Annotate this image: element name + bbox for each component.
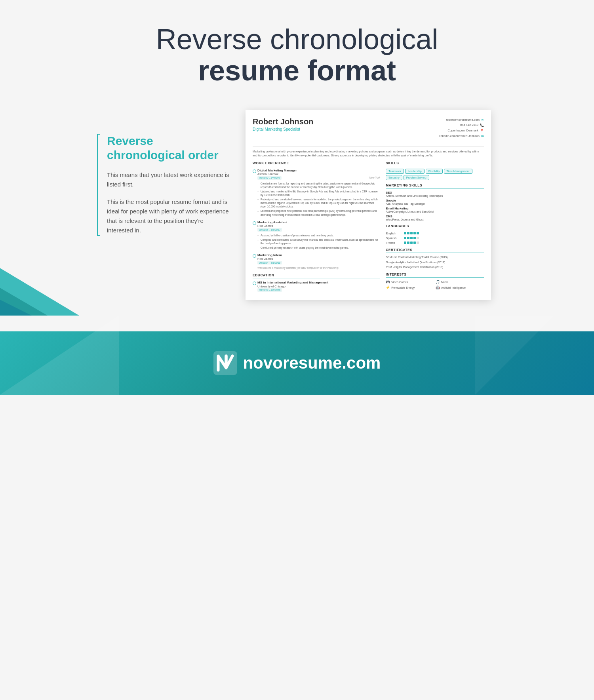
skill-tag-empathy: Empathy (386, 175, 402, 180)
skill-tag-teamwork: Teamwork (386, 169, 404, 174)
page-footer: novoresume.com (0, 316, 594, 395)
company-3: Riot Games (257, 257, 380, 261)
lang-spanish-name: Spanish (386, 236, 402, 240)
music-icon: 🎵 (436, 280, 440, 284)
job-title-2: Marketing Assistant (257, 221, 380, 224)
marketing-skill-seo: SEO Ahrefs, Semrush and Link-building Te… (386, 191, 484, 197)
language-spanish: Spanish (386, 236, 484, 240)
cert-3: PCM - Digital Management Certification (… (386, 265, 484, 269)
dates-3: 08/2014 – 01/2015 (257, 261, 282, 264)
skill-tag-leadership: Leadership (405, 169, 425, 174)
cert-1: SEMrush Content Marketing Toolkit Course… (386, 255, 484, 259)
ms-desc-cms: WordPress, Joomla and Ghost (386, 218, 484, 221)
skill-tag-problem-solving: Problem Solving (404, 175, 429, 180)
novoresume-logo-icon (213, 351, 237, 375)
education-section: EDUCATION MS in International Marketing … (253, 273, 380, 293)
edu-degree: MS in International Marketing and Manage… (257, 281, 380, 285)
interest-video-games: 🎮 Video Games (386, 280, 434, 284)
education-header: EDUCATION (253, 273, 380, 278)
video-games-icon: 🎮 (386, 280, 390, 284)
contact-info: robert@novoresume.com ✉ 044 412 2019 📞 C… (439, 117, 484, 139)
cert-2: Google Analytics Individual Qualificatio… (386, 261, 484, 264)
interests-header: INTERESTS (386, 272, 484, 278)
ms-title-google: Google (386, 199, 484, 202)
renewable-energy-icon: ⚡ (386, 285, 390, 289)
interests-section: INTERESTS 🎮 Video Games 🎵 Music (386, 272, 484, 289)
interest-music: 🎵 Music (436, 280, 484, 284)
edu-school: University of Chicago (257, 285, 380, 288)
interests-grid: 🎮 Video Games 🎵 Music ⚡ Renewable Energy (386, 280, 484, 289)
bullet-1-1: Created a new format for reporting and p… (257, 182, 380, 189)
renewable-energy-label: Renewable Energy (391, 286, 415, 289)
resume-job-title: Digital Marketing Specialist (253, 127, 313, 131)
location-icon: 📍 (480, 128, 484, 134)
job-item-1: Digital Marketing Manager Astoria Baumax… (253, 169, 380, 217)
certificates-section: CERTIFICATES SEMrush Content Marketing T… (386, 248, 484, 269)
ai-label: Artificial Intelligence (441, 286, 466, 289)
ai-icon: 🤖 (436, 285, 440, 289)
bullet-2-2: Compiled and distributed successfully th… (257, 238, 380, 245)
ms-desc-google: Ads, Analytics and Tag Manager (386, 202, 484, 205)
skills-header: SKILLS (386, 161, 484, 166)
sidebar-heading: Reverse chronological order (107, 134, 230, 162)
marketing-skills-header: MARKETING SKILLS (386, 183, 484, 188)
languages-section: LANGUAGES English Spanish (386, 224, 484, 245)
job-item-2: Marketing Assistant Riot Games 02/2015 –… (253, 221, 380, 249)
bullet-1-2: Updated and monitored the Bid Strategy i… (257, 190, 380, 197)
linkedin-icon: in (481, 133, 484, 139)
edu-dates: 08/2014 – 06/2016 (257, 288, 282, 292)
bullet-2-3: Conducted primary research with users pl… (257, 246, 380, 249)
languages-header: LANGUAGES (386, 224, 484, 229)
resume-right-column: SKILLS Teamwork Leadership Flexibility T… (386, 161, 484, 293)
ms-title-email: Email Marketing (386, 207, 484, 210)
internship-note: Was offered a marketing assistant job af… (257, 266, 380, 269)
marketing-skills-section: MARKETING SKILLS SEO Ahrefs, Semrush and… (386, 183, 484, 221)
lang-english-dots (404, 232, 419, 234)
resume-summary: Marketing professional with proven exper… (253, 146, 484, 158)
page-header: Reverse chronological resume format (0, 0, 594, 102)
certificates-header: CERTIFICATES (386, 248, 484, 253)
email-icon: ✉ (481, 117, 484, 123)
lang-french-dots (404, 242, 419, 244)
marketing-skill-email: Email Marketing ActiveCampaign, Litmus a… (386, 207, 484, 213)
job-title-3: Marketing Intern (257, 253, 380, 257)
lang-spanish-dots (404, 237, 419, 239)
dates-2: 02/2015 – 05/2017 (257, 228, 282, 232)
resume-left-column: WORK EXPERIENCE Digital Marketing Manage… (253, 161, 380, 293)
bullet-1-4: Located and proposed new potential busin… (257, 209, 380, 216)
linkedin-text: linkedin.com/in/robert.Johnson (439, 134, 480, 139)
bullet-2-1: Assisted with the creation of press rele… (257, 234, 380, 237)
dates-1: 06/2017 – Present (257, 176, 282, 180)
resume-name: Robert Johnson (253, 117, 313, 126)
marketing-skill-cms: CMS WordPress, Joomla and Ghost (386, 215, 484, 221)
ms-desc-email: ActiveCampaign, Litmus and SendGrid (386, 210, 484, 213)
music-label: Music (441, 281, 448, 283)
phone-icon: 📞 (480, 123, 484, 128)
ms-title-seo: SEO (386, 191, 484, 194)
resume-columns: WORK EXPERIENCE Digital Marketing Manage… (253, 161, 484, 293)
resume-card: Robert Johnson Digital Marketing Special… (246, 110, 491, 299)
ms-title-cms: CMS (386, 215, 484, 218)
skill-tag-flexibility: Flexibility (426, 169, 443, 174)
bullet-1-3: Redesigned and conducted keyword researc… (257, 198, 380, 208)
bullets-2: Assisted with the creation of press rele… (257, 234, 380, 249)
marketing-skill-google: Google Ads, Analytics and Tag Manager (386, 199, 484, 205)
language-english: English (386, 232, 484, 235)
company-1: Astoria Baumax (257, 172, 380, 176)
lang-english-name: English (386, 232, 402, 235)
title-bold: resume format (8, 55, 586, 86)
email-text: robert@novoresume.com (446, 118, 480, 123)
phone-text: 044 412 2019 (460, 123, 478, 128)
skills-tags-container: Teamwork Leadership Flexibility Time Man… (386, 169, 484, 180)
cyan-decoration (0, 236, 119, 316)
title-light: Reverse chronological (156, 23, 438, 55)
location-1: New York (369, 176, 380, 181)
interest-renewable-energy: ⚡ Renewable Energy (386, 285, 434, 289)
video-games-label: Video Games (391, 281, 408, 283)
location-text: Copenhagen, Denmark (447, 128, 478, 133)
education-item-1: MS in International Marketing and Manage… (253, 281, 380, 293)
work-experience-section: WORK EXPERIENCE Digital Marketing Manage… (253, 161, 380, 269)
skills-section: SKILLS Teamwork Leadership Flexibility T… (386, 161, 484, 180)
job-title-1: Digital Marketing Manager (257, 169, 380, 172)
footer-logo: novoresume.com (213, 351, 381, 375)
